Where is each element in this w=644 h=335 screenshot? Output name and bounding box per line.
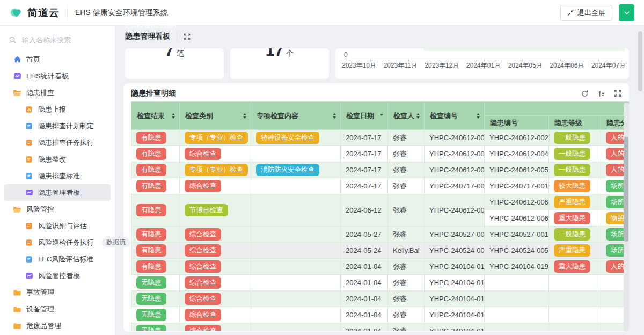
table-row[interactable]: 有隐患 综合检查 2024-07-17 张睿 YHPC-240612-004 Y… (131, 146, 630, 162)
cell-date: 2024-01-04 (341, 323, 388, 331)
cell-person: 张睿 (388, 178, 425, 194)
sidebar-item-ehs-dashboard[interactable]: EHS统计看板 (4, 68, 111, 84)
sidebar-item-risk-board[interactable]: 风险管控看板 (4, 267, 111, 284)
cell-hazard-level (549, 275, 601, 291)
brand-logo[interactable]: 简道云 (10, 6, 60, 20)
table-row[interactable]: 有隐患 综合检查 2024-05-27 张睿 YHPC-240527-001 Y… (131, 227, 630, 243)
folder-icon (13, 305, 21, 314)
sidebar-item-hazard-inspection[interactable]: 隐患排查 (4, 84, 111, 101)
table-row[interactable]: 无隐患 综合检查 2024-01-04 张睿 YHPC-240104-015 (131, 323, 630, 331)
result-badge: 有隐患 (136, 204, 166, 216)
stat-card-count-1: 7笔 (125, 48, 224, 79)
sort-settings-icon[interactable] (597, 90, 605, 98)
sidebar-item-risk-patrol[interactable]: 风险巡检任务执行 数据流 (4, 234, 111, 251)
cell-content (251, 146, 341, 162)
sidebar-item-risk-control[interactable]: 风险管控 (4, 201, 111, 217)
cell-type: 综合检查 (180, 291, 251, 307)
board-title-bar: 隐患管理看板 (115, 26, 644, 47)
sidebar-item-lec-standard[interactable]: LEC风险评估标准 (4, 251, 111, 267)
col-header-date[interactable]: 检查日期 (341, 102, 388, 130)
cell-hazard-level: 重大隐患 (549, 210, 601, 227)
stat-unit: 笔 (177, 49, 184, 57)
cell-hazard-level: 一般隐患 (549, 162, 601, 178)
fullscreen-icon[interactable] (614, 90, 621, 97)
col-header-content[interactable]: 专项检查内容 (251, 102, 341, 130)
cell-hazard-id: YHPC-240717-001-01 (485, 178, 549, 194)
result-badge: 有隐患 (136, 228, 166, 241)
cell-date: 2024-07-17 (341, 130, 388, 146)
type-badge: 综合检查 (185, 309, 221, 321)
sidebar-item-hazard-rectify[interactable]: 隐患整改 (4, 151, 111, 168)
x-axis-line (352, 59, 623, 59)
type-badge: 综合检查 (185, 293, 221, 305)
sidebar-item-home[interactable]: 首页 (4, 51, 111, 68)
cell-result: 有隐患 (131, 194, 180, 227)
table-row[interactable]: 有隐患 节假日检查 2024-06-12 张睿 YHPC-240612-006 … (131, 194, 630, 210)
refresh-icon[interactable] (581, 90, 589, 98)
sidebar-item-hazwaste[interactable]: 危废品管理 (4, 317, 111, 334)
table-row[interactable]: 无隐患 综合检查 2024-01-04 张睿 YHPC-240104-018 (131, 275, 630, 291)
top-bar: 简道云 EHS 健康安全环境管理系统 退出全屏 安装模板(带数据) (0, 0, 644, 26)
exit-fullscreen-button[interactable]: 退出全屏 (560, 5, 612, 21)
sidebar-item-risk-assess[interactable]: 风险识别与评估 (4, 217, 111, 234)
cell-content (251, 275, 341, 291)
table-row[interactable]: 有隐患 专项（专业）检查 特种设备安全检查 2024-07-17 张睿 YHPC… (131, 130, 630, 146)
sidebar-item-hazard-report[interactable]: 隐患上报 (4, 101, 111, 118)
cell-result: 有隐患 (131, 146, 180, 162)
home-icon (13, 55, 21, 64)
page-scrollbar-thumb[interactable] (638, 31, 642, 91)
table-scrollbar-thumb[interactable] (624, 137, 628, 242)
sidebar-item-hazard-board[interactable]: 隐患管理看板 (4, 184, 111, 201)
col-header-code[interactable]: 检查编号 (425, 102, 485, 130)
cell-hazard-level: 较大隐患 (549, 178, 601, 194)
sidebar-item-inspection-standard[interactable]: 隐患排查标准 (4, 168, 111, 184)
cell-code: YHPC-240612-006 (425, 194, 485, 227)
result-badge: 无隐患 (136, 309, 166, 321)
col-header-person[interactable]: 检查人 (388, 102, 425, 130)
cell-person: 张睿 (388, 162, 425, 178)
cell-hazard-level: 一般隐患 (549, 146, 601, 162)
stat-card-count-2: 17个 (230, 48, 329, 79)
sidebar-item-equipment[interactable]: 设备管理 (4, 301, 111, 317)
cell-result: 有隐患 (131, 243, 180, 259)
install-template-split-button: 安装模板(带数据) (619, 4, 634, 21)
col-header-type[interactable]: 检查类别 (180, 102, 251, 130)
cell-result: 无隐患 (131, 291, 180, 307)
cell-content: 特种设备安全检查 (251, 130, 341, 146)
table-row[interactable]: 无隐患 综合检查 2024-01-04 张睿 YHPC-240104-017 (131, 291, 630, 307)
cell-result: 无隐患 (131, 307, 180, 323)
cell-code: YHPC-240524-005 (425, 243, 485, 259)
table-row[interactable]: 无隐患 综合检查 2024-01-04 张睿 YHPC-240104-016 (131, 307, 630, 323)
fullscreen-icon[interactable] (184, 33, 191, 40)
install-template-dropdown[interactable] (619, 4, 634, 21)
cell-date: 2024-05-24 (341, 243, 388, 259)
sidebar-item-inspection-plan[interactable]: 隐患排查计划制定 (4, 118, 111, 134)
table-row[interactable]: 有隐患 专项（专业）检查 消防防火安全检查 2024-07-17 张睿 YHPC… (131, 162, 630, 178)
cell-person: 张睿 (388, 275, 425, 291)
search-icon (9, 36, 17, 44)
col-header-hazard-id[interactable]: 隐患编号 (485, 116, 549, 130)
type-badge: 综合检查 (185, 325, 221, 331)
cell-person: 张睿 (388, 227, 425, 243)
cell-content (251, 291, 341, 307)
cell-code: YHPC-240612-004 (425, 146, 485, 162)
cell-hazard-id: YHPC-240612-006-02 (485, 210, 549, 227)
sidebar-item-accident[interactable]: 事故管理 (4, 284, 111, 301)
report-form-icon (25, 105, 33, 114)
table-row[interactable]: 有隐患 综合检查 2024-01-04 张睿 YHPC-240104-019 Y… (131, 259, 630, 275)
cell-date: 2024-01-04 (341, 259, 388, 275)
cell-hazard-level (549, 291, 601, 307)
stat-value: 7笔 (125, 48, 224, 60)
cell-hazard-id: YHPC-240527-001-01 (485, 227, 549, 243)
col-header-result[interactable]: 检查结果 (131, 102, 180, 130)
table-row[interactable]: 有隐患 综合检查 2024-07-17 张睿 YHPC-240717-001 Y… (131, 178, 630, 194)
search-input[interactable] (21, 35, 104, 45)
col-header-hazard-level[interactable]: 隐患等级 (549, 116, 601, 130)
table-row[interactable]: 有隐患 综合检查 2024-05-24 Kelly.Bai YHPC-24052… (131, 243, 630, 259)
sidebar-item-inspection-task[interactable]: 隐患排查任务执行 (4, 134, 111, 151)
cell-date: 2024-01-04 (341, 307, 388, 323)
result-badge: 无隐患 (136, 276, 166, 289)
cell-hazard-id: YHPC-240524-005-01 (485, 243, 549, 259)
cell-code: YHPC-240717-001 (425, 178, 485, 194)
form-icon (25, 238, 33, 247)
